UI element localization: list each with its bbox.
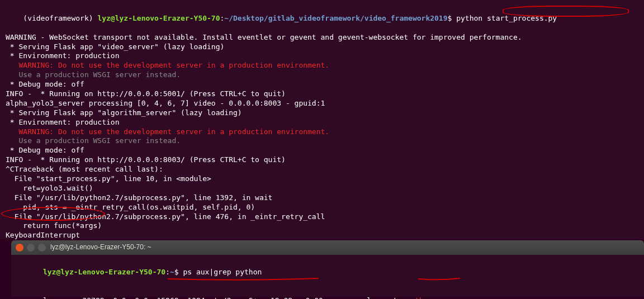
cwd-path: ~ xyxy=(170,268,174,276)
window-title: lyz@lyz-Lenovo-Erazer-Y50-70: ~ xyxy=(50,243,151,252)
output-line: ret=yolo3.wait() xyxy=(6,184,638,193)
output-line: Use a production WSGI server instead. xyxy=(6,70,638,80)
prompt-line-1: (videoframework) lyz@lyz-Lenovo-Erazer-Y… xyxy=(6,4,638,33)
terminal-window-top[interactable]: (videoframework) lyz@lyz-Lenovo-Erazer-Y… xyxy=(0,0,644,239)
output-line: * Debug mode: off xyxy=(6,146,638,155)
terminal-content[interactable]: lyz@lyz-Lenovo-Erazer-Y50-70:~$ ps aux|g… xyxy=(11,255,644,297)
user-host: lyz@lyz-Lenovo-Erazer-Y50-70 xyxy=(43,268,165,276)
terminal-window-bottom: lyz@lyz-Lenovo-Erazer-Y50-70: ~ lyz@lyz-… xyxy=(0,240,644,297)
output-line: alpha_yolo3_server processing [0, 4, 6, … xyxy=(6,99,638,108)
output-line: pid, sts = _eintr_retry_call(os.waitpid,… xyxy=(6,203,638,212)
close-button[interactable] xyxy=(16,244,23,251)
output-line: * Environment: production xyxy=(6,51,638,61)
output-line: Use a production WSGI server instead. xyxy=(6,136,638,146)
output-line: INFO - * Running on http://0.0.0.0:8003/… xyxy=(6,155,638,165)
warning-line: WARNING: Do not use the development serv… xyxy=(6,61,638,70)
cwd-path: ~/Desktop/gitlab_videoframework/video_fr… xyxy=(224,14,447,22)
output-line: * Serving Flask app "algorithm_server" (… xyxy=(6,108,638,118)
output-line: * Environment: production xyxy=(6,118,638,127)
ps-output-line: lyz 23788 0.0 0.0 15968 1084 pts/2 S+ 18… xyxy=(17,287,638,299)
grep-match: python xyxy=(406,296,433,299)
venv-label: (videoframework) xyxy=(23,14,97,22)
keyboard-interrupt: KeyboardInterrupt xyxy=(6,231,638,239)
command-text: ps aux|grep python xyxy=(183,268,262,276)
command-text: python start_process.py xyxy=(456,14,557,22)
output-line: * Debug mode: off xyxy=(6,80,638,89)
output-line: File "/usr/lib/python2.7/subprocess.py",… xyxy=(6,212,638,222)
output-line: File "/usr/lib/python2.7/subprocess.py",… xyxy=(6,193,638,203)
output-line: INFO - * Running on http://0.0.0.0:5001/… xyxy=(6,89,638,99)
user-host: lyz@lyz-Lenovo-Erazer-Y50-70 xyxy=(97,14,220,22)
output-line: * Serving Flask app "video_server" (lazy… xyxy=(6,42,638,52)
output-line: ^CTraceback (most recent call last): xyxy=(6,165,638,174)
warning-line: WARNING: Do not use the development serv… xyxy=(6,127,638,137)
titlebar[interactable]: lyz@lyz-Lenovo-Erazer-Y50-70: ~ xyxy=(11,240,644,255)
maximize-button[interactable] xyxy=(38,244,46,251)
window-controls xyxy=(16,244,46,251)
output-line: File "start_process.py", line 10, in <mo… xyxy=(6,174,638,184)
output-line: return func(*args) xyxy=(6,221,638,231)
prompt-line-1: lyz@lyz-Lenovo-Erazer-Y50-70:~$ ps aux|g… xyxy=(17,258,638,287)
minimize-button[interactable] xyxy=(27,244,35,251)
output-line: WARNING - WebSocket transport not availa… xyxy=(6,33,638,42)
